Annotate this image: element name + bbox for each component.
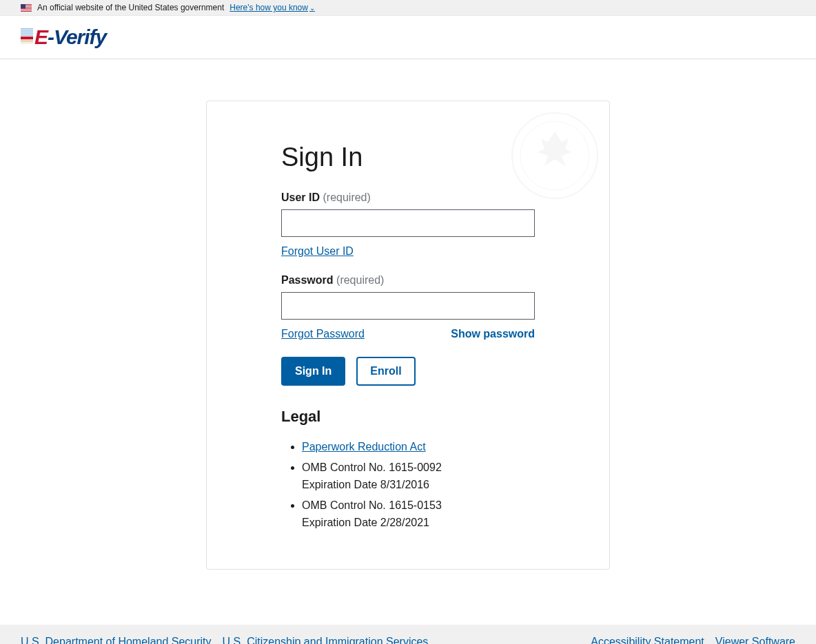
svg-rect-12 (21, 36, 33, 37)
password-group: Password (required) Forgot Password Show… (281, 274, 535, 340)
userid-label: User ID (required) (281, 191, 535, 204)
svg-rect-5 (21, 10, 32, 11)
svg-rect-13 (21, 37, 33, 39)
paperwork-reduction-link[interactable]: Paperwork Reduction Act (302, 441, 426, 453)
gov-banner: An official website of the United States… (0, 0, 816, 16)
gov-banner-toggle[interactable]: Here's how you know ⌄ (229, 3, 315, 12)
page-title: Sign In (281, 143, 535, 172)
svg-rect-15 (21, 42, 33, 44)
svg-rect-9 (21, 30, 33, 30)
svg-rect-10 (21, 32, 33, 32)
legal-item: OMB Control No. 1615-0092 Expiration Dat… (302, 459, 535, 494)
chevron-down-icon: ⌄ (309, 4, 315, 12)
svg-rect-6 (21, 4, 26, 8)
userid-input[interactable] (281, 209, 535, 237)
svg-rect-14 (21, 39, 33, 42)
uscis-link[interactable]: U.S. Citizenship and Immigration Service… (223, 636, 429, 644)
us-flag-icon (21, 4, 32, 12)
legal-text: OMB Control No. 1615-0153 (302, 499, 442, 511)
footer-left: U.S. Department of Homeland Security U.S… (21, 636, 428, 644)
legal-text: Expiration Date 8/31/2016 (302, 479, 429, 490)
userid-label-text: User ID (281, 191, 320, 203)
accessibility-link[interactable]: Accessibility Statement (591, 636, 704, 644)
svg-rect-8 (21, 28, 33, 28)
gov-banner-text: An official website of the United States… (37, 3, 224, 12)
legal-text: OMB Control No. 1615-0092 (302, 461, 442, 473)
gov-banner-link-text: Here's how you know (229, 3, 308, 12)
legal-text: Expiration Date 2/28/2021 (302, 517, 429, 528)
password-required: (required) (336, 274, 384, 286)
userid-required: (required) (323, 191, 370, 203)
legal-item: OMB Control No. 1615-0153 Expiration Dat… (302, 497, 535, 532)
footer-right: Accessibility Statement Viewer Software (591, 636, 795, 644)
footer: U.S. Department of Homeland Security U.S… (0, 625, 816, 644)
signin-button[interactable]: Sign In (281, 357, 345, 386)
main-content: Sign In User ID (required) Forgot User I… (0, 59, 816, 625)
viewer-software-link[interactable]: Viewer Software (715, 636, 795, 644)
legal-list: Paperwork Reduction Act OMB Control No. … (281, 438, 535, 532)
dhs-seal-icon (510, 111, 600, 200)
password-label: Password (required) (281, 274, 535, 287)
signin-card: Sign In User ID (required) Forgot User I… (206, 101, 610, 570)
forgot-password-link[interactable]: Forgot Password (281, 328, 365, 340)
button-row: Sign In Enroll (281, 357, 535, 386)
dhs-link[interactable]: U.S. Department of Homeland Security (21, 636, 212, 644)
everify-logo[interactable]: E-Verify (21, 25, 106, 49)
password-input[interactable] (281, 292, 535, 320)
legal-item: Paperwork Reduction Act (302, 438, 535, 456)
header: E-Verify (0, 16, 816, 59)
show-password-toggle[interactable]: Show password (451, 328, 535, 340)
svg-rect-4 (21, 9, 32, 10)
password-label-text: Password (281, 274, 334, 286)
legal-heading: Legal (281, 408, 535, 426)
enroll-button[interactable]: Enroll (356, 357, 415, 386)
logo-rest: -Verify (48, 25, 106, 49)
logo-flag-icon (21, 25, 33, 49)
svg-rect-11 (21, 34, 33, 34)
logo-e: E (34, 25, 48, 49)
forgot-userid-link[interactable]: Forgot User ID (281, 245, 354, 258)
userid-group: User ID (required) Forgot User ID (281, 191, 535, 258)
